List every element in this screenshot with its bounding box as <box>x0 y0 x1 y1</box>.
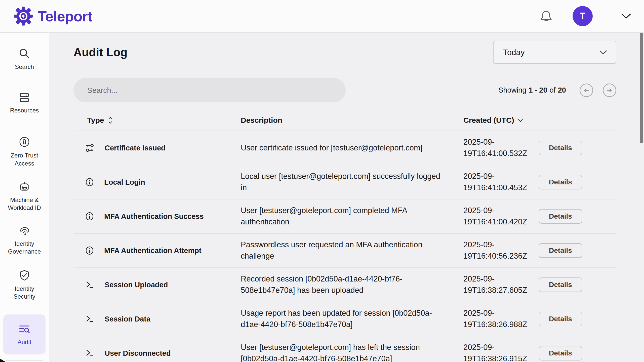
sidebar-item-identity-security[interactable]: Identity Security <box>3 270 46 300</box>
column-header-description[interactable]: Description <box>241 116 463 125</box>
audit-log-table: Type Description Created (UTC) <box>73 116 616 362</box>
sidebar-item-identity-governance[interactable]: Identity Governance <box>3 226 46 255</box>
avatar-initial: T <box>580 11 585 21</box>
audit-icon <box>18 324 30 335</box>
event-created: 2025-09-19T16:40:56.236Z <box>463 239 539 262</box>
sidebar-item-resources[interactable]: Resources <box>3 92 46 114</box>
next-page-button[interactable] <box>603 84 616 97</box>
event-description: User [testuser@goteleport.com] completed… <box>241 205 463 228</box>
sidebar-item-audit[interactable]: Audit <box>3 314 46 354</box>
sort-icon <box>108 116 112 125</box>
table-row: Certificate Issued User certificate issu… <box>73 131 616 165</box>
date-range-select[interactable]: Today <box>493 41 616 64</box>
table-row: Session Uploaded Recorded session [0b02d… <box>73 268 616 302</box>
showing-count: Showing1 - 20of20 <box>498 86 566 94</box>
event-type: User Disconnected <box>105 349 171 357</box>
event-created: 2025-09-19T16:38:27.605Z <box>463 273 539 296</box>
previous-page-button[interactable] <box>580 84 593 97</box>
sidebar-item-label: Identity Governance <box>3 240 46 255</box>
event-description: Usage report has been updated for sessio… <box>241 308 463 330</box>
event-description: Local user [testuser@goteleport.com] suc… <box>241 171 463 193</box>
terminal-icon <box>85 349 95 358</box>
sidebar-item-label: Resources <box>10 106 39 114</box>
event-type: Local Login <box>104 178 145 186</box>
table-row: User Disconnected User [testuser@gotelep… <box>73 336 616 362</box>
column-header-created[interactable]: Created (UTC) <box>463 116 539 125</box>
terminal-icon <box>85 314 95 324</box>
sort-desc-icon <box>518 118 523 122</box>
sidebar-item-machine-workload-id[interactable]: Machine & Workload ID <box>3 181 46 212</box>
details-button[interactable]: Details <box>539 209 582 224</box>
topbar: Teleport T <box>0 0 644 33</box>
table-row: Local Login Local user [testuser@gotelep… <box>73 165 616 199</box>
info-icon <box>85 212 94 221</box>
sidebar-item-label: Identity Security <box>3 285 46 300</box>
event-created: 2025-09-19T16:38:26.988Z <box>463 308 539 330</box>
details-button[interactable]: Details <box>539 141 582 155</box>
event-type: MFA Authentication Attempt <box>104 247 202 255</box>
event-created: 2025-09-19T16:41:00.453Z <box>463 171 539 193</box>
logo-wordmark: Teleport <box>38 8 92 25</box>
event-description: User [testuser@goteleport.com] has left … <box>241 342 463 362</box>
sidebar-item-zero-trust-access[interactable]: Zero Trust Access <box>3 136 46 167</box>
event-description: Recorded session [0b02d50a-d1ae-4420-bf7… <box>241 273 463 296</box>
event-description: User certificate issued for [testuser@go… <box>241 142 463 154</box>
user-menu-chevron-down-icon[interactable] <box>621 13 631 19</box>
details-button[interactable]: Details <box>539 175 582 189</box>
sidebar-item-search[interactable]: Search <box>3 48 46 71</box>
table-row: MFA Authentication Success User [testuse… <box>73 199 616 234</box>
identity-security-icon <box>18 270 30 281</box>
mouse-cursor <box>0 357 10 362</box>
chevron-down-icon <box>599 50 607 55</box>
search-input[interactable] <box>73 78 346 102</box>
terminal-icon <box>85 280 95 289</box>
vertical-scrollbar[interactable] <box>640 33 643 143</box>
machine-workload-id-icon <box>18 181 30 192</box>
teleport-logo[interactable]: Teleport <box>13 6 92 26</box>
event-created: 2025-09-19T16:41:00.420Z <box>463 205 539 228</box>
event-type: Session Uploaded <box>105 281 168 289</box>
page-title: Audit Log <box>73 46 128 59</box>
sidebar-item-label: Zero Trust Access <box>3 151 46 167</box>
event-type: Certificate Issued <box>105 144 166 152</box>
zero-trust-access-icon <box>18 136 30 148</box>
identity-governance-icon <box>18 226 30 236</box>
main-content: Audit Log Today Showing1 - 20of20 <box>50 33 644 362</box>
event-description: Passwordless user requested an MFA authe… <box>241 239 463 262</box>
resources-icon <box>19 92 30 103</box>
event-type: Session Data <box>105 315 150 323</box>
user-avatar[interactable]: T <box>573 6 593 26</box>
search-icon <box>19 48 30 59</box>
sidebar-item-label: Machine & Workload ID <box>3 196 46 212</box>
sidebar-item-label: Search <box>15 63 34 71</box>
date-range-value: Today <box>503 48 525 57</box>
notifications-bell-icon[interactable] <box>540 10 552 23</box>
column-header-type[interactable]: Type <box>73 116 241 125</box>
info-icon <box>85 177 94 187</box>
event-created: 2025-09-19T16:38:26.915Z <box>463 342 539 362</box>
table-row: Session Data Usage report has been updat… <box>73 302 616 336</box>
table-row: MFA Authentication Attempt Passwordless … <box>73 234 616 268</box>
details-button[interactable]: Details <box>539 312 582 326</box>
teleport-gear-icon <box>13 6 34 26</box>
sidebar-nav: Search Resources Zero Trust Access <box>0 33 49 362</box>
info-icon <box>85 246 94 255</box>
event-type: MFA Authentication Success <box>104 212 204 221</box>
details-button[interactable]: Details <box>539 346 582 360</box>
event-created: 2025-09-19T16:41:00.532Z <box>463 137 539 159</box>
keys-icon <box>85 143 95 153</box>
table-header-row: Type Description Created (UTC) <box>73 116 616 131</box>
sidebar-divider <box>6 360 43 361</box>
sidebar-item-label: Audit <box>18 338 31 346</box>
details-button[interactable]: Details <box>539 277 582 292</box>
details-button[interactable]: Details <box>539 243 582 258</box>
